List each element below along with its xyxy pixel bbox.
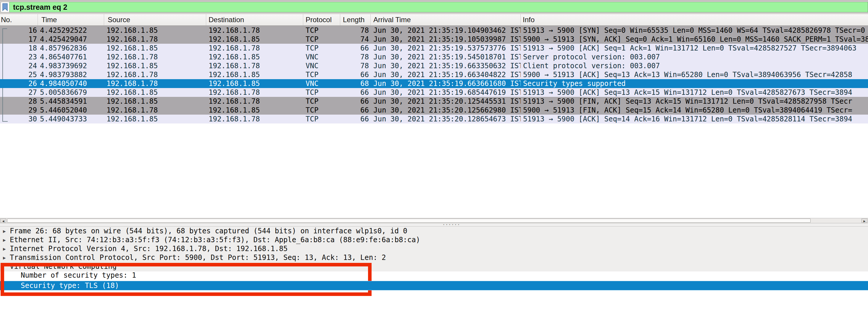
packet-row-27[interactable]: 275.005836679192.168.1.85192.168.1.78TCP… <box>0 88 868 97</box>
cell-dst: 192.168.1.78 <box>206 97 303 106</box>
cell-arr: Jun 30, 2021 21:35:19.663404822 IST <box>371 70 521 79</box>
detail-text: Frame 26: 68 bytes on wire (544 bits), 6… <box>10 226 407 236</box>
conversation-bracket-tick-top <box>2 28 7 29</box>
filter-toolbar <box>0 0 868 14</box>
detail-row-6[interactable]: Security type: TLS (18) <box>0 281 868 290</box>
cell-arr: Jun 30, 2021 21:35:19.663350632 IST <box>371 62 521 70</box>
cell-proto: VNC <box>303 62 340 70</box>
expander-arrow-icon[interactable]: ▸ <box>3 236 9 244</box>
packet-row-23[interactable]: 234.865407761192.168.1.78192.168.1.85VNC… <box>0 52 868 62</box>
cell-no: 29 <box>0 106 38 115</box>
filter-bookmark-button[interactable] <box>1 2 9 12</box>
cell-info: 5900 → 51913 [ACK] Seq=13 Ack=13 Win=652… <box>521 70 868 79</box>
column-header-info[interactable]: Info <box>521 14 868 25</box>
column-header-arrival-time[interactable]: Arrival Time <box>371 14 521 25</box>
cell-time: 4.984050740 <box>38 79 104 88</box>
column-header-source[interactable]: Source <box>104 14 206 25</box>
cell-no: 25 <box>0 70 38 79</box>
detail-row-1[interactable]: ▸Ethernet II, Src: 74:12:b3:a3:5f:f3 (74… <box>0 236 868 244</box>
cell-info: 51913 → 5900 [ACK] Seq=13 Ack=15 Win=131… <box>521 88 868 97</box>
cell-src: 192.168.1.78 <box>104 70 206 79</box>
cell-src: 192.168.1.78 <box>104 35 206 44</box>
display-filter-input[interactable] <box>9 2 868 12</box>
detail-text: Security type: TLS (18) <box>21 281 119 290</box>
cell-dst: 192.168.1.85 <box>206 35 303 44</box>
cell-src: 192.168.1.85 <box>104 26 206 35</box>
column-header-length[interactable]: Length <box>340 14 371 25</box>
packet-row-28[interactable]: 285.445834591192.168.1.85192.168.1.78TCP… <box>0 97 868 106</box>
packet-row-29[interactable]: 295.446052040192.168.1.78192.168.1.85TCP… <box>0 106 868 115</box>
packet-row-24[interactable]: 244.983739692192.168.1.85192.168.1.78VNC… <box>0 62 868 70</box>
packet-row-25[interactable]: 254.983793882192.168.1.78192.168.1.85TCP… <box>0 70 868 79</box>
cell-no: 26 <box>0 79 38 88</box>
cell-no: 17 <box>0 35 38 44</box>
packet-row-18[interactable]: 184.857962836192.168.1.85192.168.1.78TCP… <box>0 44 868 52</box>
cell-dst: 192.168.1.85 <box>206 52 303 62</box>
detail-text: Transmission Control Protocol, Src Port:… <box>10 253 386 262</box>
packet-row-17[interactable]: 174.425429047192.168.1.78192.168.1.85TCP… <box>0 35 868 44</box>
cell-arr: Jun 30, 2021 21:35:19.685447619 IST <box>371 88 521 97</box>
splitter-grip-icon: •••••• <box>407 223 461 226</box>
scrollbar-left-arrow-icon[interactable]: ◂ <box>0 219 6 223</box>
cell-arr: Jun 30, 2021 21:35:19.104903462 IST <box>371 26 521 35</box>
scrollbar-thumb[interactable] <box>7 219 811 223</box>
detail-row-0[interactable]: ▸Frame 26: 68 bytes on wire (544 bits), … <box>0 226 868 236</box>
cell-proto: TCP <box>303 44 340 52</box>
column-header-no[interactable]: No. <box>0 14 38 25</box>
column-header-time[interactable]: Time <box>38 14 104 25</box>
cell-arr: Jun 30, 2021 21:35:19.105039987 IST <box>371 35 521 44</box>
cell-proto: TCP <box>303 97 340 106</box>
cell-len: 66 <box>340 97 371 106</box>
cell-info: 51913 → 5900 [SYN] Seq=0 Win=65535 Len=0… <box>521 26 868 35</box>
cell-len: 78 <box>340 26 371 35</box>
cell-time: 4.983739692 <box>38 62 104 70</box>
pane-splitter[interactable]: •••••• <box>0 223 868 226</box>
cell-len: 66 <box>340 88 371 97</box>
cell-time: 4.857962836 <box>38 44 104 52</box>
detail-text: Ethernet II, Src: 74:12:b3:a3:5f:f3 (74:… <box>10 236 420 244</box>
annotation-rectangle-bottom <box>1 292 372 296</box>
cell-proto: VNC <box>303 79 340 88</box>
cell-src: 192.168.1.85 <box>104 115 206 123</box>
expander-arrow-icon[interactable]: ▸ <box>3 253 9 262</box>
annotation-rectangle-right <box>368 263 372 296</box>
cell-dst: 192.168.1.85 <box>206 79 303 88</box>
annotation-rectangle-left <box>1 263 4 296</box>
detail-row-3[interactable]: ▸Transmission Control Protocol, Src Port… <box>0 253 868 262</box>
cell-no: 24 <box>0 62 38 70</box>
cell-no: 18 <box>0 44 38 52</box>
packet-row-26[interactable]: 264.984050740192.168.1.78192.168.1.85VNC… <box>0 79 868 88</box>
cell-len: 66 <box>340 70 371 79</box>
expander-arrow-icon[interactable]: ▸ <box>3 226 9 236</box>
cell-time: 5.449043733 <box>38 115 104 123</box>
cell-proto: TCP <box>303 106 340 115</box>
cell-proto: TCP <box>303 88 340 97</box>
packet-row-16[interactable]: 164.425292522192.168.1.85192.168.1.78TCP… <box>0 26 868 35</box>
detail-text: Number of security types: 1 <box>21 271 136 280</box>
cell-src: 192.168.1.85 <box>104 97 206 106</box>
cell-src: 192.168.1.78 <box>104 52 206 62</box>
cell-dst: 192.168.1.78 <box>206 88 303 97</box>
packet-list: 164.425292522192.168.1.85192.168.1.78TCP… <box>0 26 868 123</box>
cell-src: 192.168.1.85 <box>104 62 206 70</box>
cell-len: 66 <box>340 115 371 123</box>
cell-no: 23 <box>0 52 38 62</box>
cell-time: 4.425429047 <box>38 35 104 44</box>
cell-time: 5.446052040 <box>38 106 104 115</box>
packet-row-30[interactable]: 305.449043733192.168.1.85192.168.1.78TCP… <box>0 115 868 123</box>
cell-arr: Jun 30, 2021 21:35:19.663661680 IST <box>371 79 521 88</box>
scrollbar-right-arrow-icon[interactable]: ▸ <box>862 219 867 223</box>
cell-len: 78 <box>340 62 371 70</box>
packet-details-pane: ▸Frame 26: 68 bytes on wire (544 bits), … <box>0 226 868 319</box>
cell-info: 5900 → 51913 [SYN, ACK] Seq=0 Ack=1 Win=… <box>521 35 868 44</box>
detail-row-2[interactable]: ▸Internet Protocol Version 4, Src: 192.1… <box>0 244 868 253</box>
column-header-protocol[interactable]: Protocol <box>303 14 340 25</box>
cell-time: 5.005836679 <box>38 88 104 97</box>
column-header-destination[interactable]: Destination <box>206 14 303 25</box>
expander-arrow-icon[interactable]: ▸ <box>3 244 9 253</box>
cell-len: 68 <box>340 79 371 88</box>
cell-time: 4.983793882 <box>38 70 104 79</box>
cell-len: 78 <box>340 52 371 62</box>
cell-proto: TCP <box>303 115 340 123</box>
detail-row-5[interactable]: Number of security types: 1 <box>0 271 868 280</box>
